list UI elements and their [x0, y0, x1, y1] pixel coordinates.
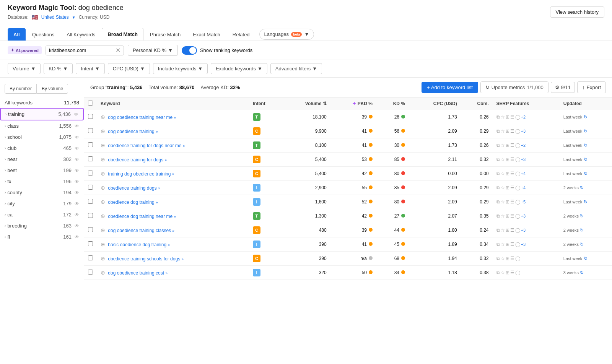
ranking-keywords-toggle[interactable] [182, 46, 197, 55]
sort-by-volume[interactable]: By volume [37, 84, 68, 94]
tab-all[interactable]: All [8, 28, 26, 41]
keyword-link[interactable]: training dog obedience training [108, 171, 171, 177]
eye-icon[interactable]: 👁 [75, 123, 79, 129]
row-checkbox-5[interactable] [88, 185, 93, 190]
sidebar-item-school[interactable]: › school 1,075 👁 [0, 132, 84, 143]
row-checkbox-0[interactable] [88, 114, 93, 119]
sidebar-item-fl[interactable]: › fl 161 👁 [0, 231, 84, 242]
refresh-icon[interactable]: ↻ [580, 185, 584, 190]
eye-icon[interactable]: 👁 [75, 146, 79, 151]
row-checkbox-8[interactable] [88, 227, 93, 232]
keyword-link[interactable]: dog obedience training [108, 129, 154, 134]
keyword-link[interactable]: obedience dog training [108, 200, 154, 205]
add-keyword-icon[interactable]: ⊕ [101, 185, 105, 191]
clear-icon[interactable]: ✕ [116, 47, 120, 54]
sidebar-item-best[interactable]: › best 199 👁 [0, 165, 84, 176]
select-all-checkbox[interactable] [88, 101, 93, 106]
refresh-icon[interactable]: ↻ [580, 227, 584, 233]
add-keyword-icon[interactable]: ⊕ [101, 227, 105, 233]
eye-icon[interactable]: 👁 [75, 201, 79, 206]
add-keyword-icon[interactable]: ⊕ [101, 199, 105, 205]
row-checkbox-3[interactable] [88, 156, 93, 161]
refresh-icon[interactable]: ↻ [584, 256, 588, 261]
sidebar-item-club[interactable]: › club 465 👁 [0, 143, 84, 154]
sidebar-item-county[interactable]: › county 194 👁 [0, 187, 84, 198]
add-keyword-icon[interactable]: ⊕ [101, 270, 105, 276]
add-keyword-icon[interactable]: ⊕ [101, 128, 105, 134]
refresh-icon[interactable]: ↻ [584, 143, 588, 148]
add-keyword-icon[interactable]: ⊕ [101, 171, 105, 177]
sidebar-item-breeding[interactable]: › breeding 163 👁 [0, 220, 84, 231]
sidebar-item-class[interactable]: › class 1,556 👁 [0, 120, 84, 132]
include-keywords-filter[interactable]: Include keywords ▼ [153, 63, 208, 74]
row-checkbox-7[interactable] [88, 213, 93, 218]
sidebar-item-tx[interactable]: › tx 196 👁 [0, 176, 84, 187]
tab-broad-match[interactable]: Broad Match [102, 28, 143, 41]
update-metrics-button[interactable]: ↻ Update metrics 1/1,000 [480, 81, 549, 93]
row-checkbox-4[interactable] [88, 171, 93, 176]
eye-icon[interactable]: 👁 [75, 179, 79, 184]
add-keyword-icon[interactable]: ⊕ [101, 114, 105, 120]
view-history-button[interactable]: View search history [550, 6, 604, 18]
sidebar-item-training[interactable]: › training 5,436 👁 [0, 108, 84, 120]
keyword-link[interactable]: dog obedience training cost [108, 270, 164, 276]
refresh-icon[interactable]: ↻ [580, 213, 584, 219]
eye-icon[interactable]: 👁 [75, 168, 79, 173]
eye-icon[interactable]: 👁 [75, 234, 79, 240]
keyword-link[interactable]: dog obedience training classes [108, 228, 171, 233]
export-button[interactable]: ↑ Export [577, 81, 606, 93]
sidebar-item-ca[interactable]: › ca 172 👁 [0, 209, 84, 220]
languages-button[interactable]: Languages beta ▼ [259, 29, 314, 40]
keyword-link[interactable]: dog obedience training near me [108, 115, 173, 120]
row-checkbox-1[interactable] [88, 128, 93, 133]
chevron-down-icon[interactable]: ▼ [72, 15, 76, 20]
refresh-icon[interactable]: ↻ [584, 157, 588, 162]
row-checkbox-2[interactable] [88, 142, 93, 147]
row-checkbox-9[interactable] [88, 241, 93, 246]
tab-phrase-match[interactable]: Phrase Match [144, 28, 186, 41]
cpc-filter[interactable]: CPC (USD) ▼ [108, 63, 150, 74]
refresh-icon[interactable]: ↻ [584, 128, 588, 134]
eye-icon[interactable]: 👁 [75, 157, 79, 162]
add-to-keyword-list-button[interactable]: + Add to keyword list [422, 82, 478, 93]
add-keyword-icon[interactable]: ⊕ [101, 142, 105, 148]
volume-filter[interactable]: Volume ▼ [8, 63, 41, 74]
country-link[interactable]: United States [41, 15, 69, 20]
keyword-link[interactable]: obedience dog training near me [108, 214, 173, 219]
keyword-link[interactable]: obedience training for dogs near me [108, 143, 181, 148]
kd-filter[interactable]: KD % ▼ [44, 63, 73, 74]
domain-input[interactable] [49, 47, 113, 53]
eye-icon[interactable]: 👁 [75, 223, 79, 229]
tab-related[interactable]: Related [227, 28, 256, 41]
sidebar-item-city[interactable]: › city 179 👁 [0, 198, 84, 209]
sidebar-item-near[interactable]: › near 302 👁 [0, 154, 84, 165]
tab-exact-match[interactable]: Exact Match [187, 28, 226, 41]
eye-icon[interactable]: 👁 [75, 135, 79, 140]
refresh-icon[interactable]: ↻ [584, 171, 588, 176]
keyword-link[interactable]: basic obedience dog training [108, 242, 166, 247]
row-checkbox-11[interactable] [88, 270, 93, 275]
add-keyword-icon[interactable]: ⊕ [101, 255, 105, 262]
intent-filter[interactable]: Intent ▼ [76, 63, 104, 74]
refresh-icon[interactable]: ↻ [584, 199, 588, 205]
refresh-icon[interactable]: ↻ [584, 114, 588, 120]
eye-icon[interactable]: 👁 [74, 112, 78, 117]
add-keyword-icon[interactable]: ⊕ [101, 156, 105, 162]
keyword-link[interactable]: obedience training dogs [108, 185, 156, 191]
row-checkbox-6[interactable] [88, 199, 93, 204]
row-checkbox-10[interactable] [88, 255, 93, 260]
advanced-filters-button[interactable]: Advanced filters ▼ [270, 63, 322, 74]
refresh-icon[interactable]: ↻ [580, 242, 584, 247]
pkd-button[interactable]: Personal KD % ▼ [128, 45, 178, 56]
settings-badge[interactable]: ⚙ 9/11 [551, 82, 575, 93]
exclude-keywords-filter[interactable]: Exclude keywords ▼ [211, 63, 267, 74]
eye-icon[interactable]: 👁 [75, 212, 79, 218]
col-volume[interactable]: Volume ⇅ [282, 98, 330, 110]
keyword-link[interactable]: obedience training schools for dogs [108, 256, 180, 262]
tab-questions[interactable]: Questions [26, 28, 60, 41]
eye-icon[interactable]: 👁 [75, 190, 79, 195]
add-keyword-icon[interactable]: ⊕ [101, 241, 105, 247]
refresh-icon[interactable]: ↻ [580, 270, 584, 275]
sort-by-number[interactable]: By number [5, 84, 37, 94]
keyword-link[interactable]: obedience training for dogs [108, 157, 163, 162]
